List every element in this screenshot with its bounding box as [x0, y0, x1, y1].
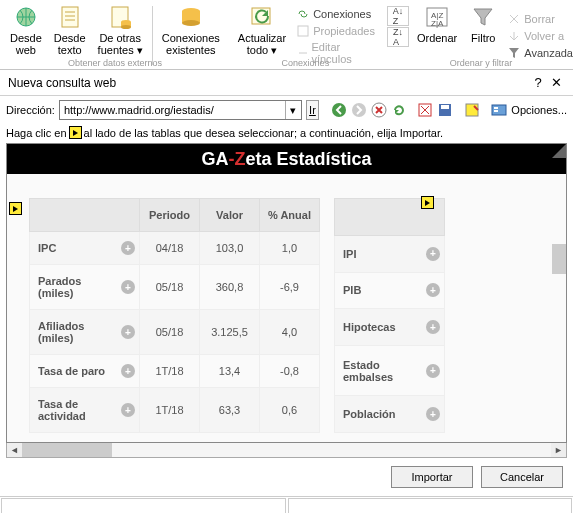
- svg-rect-23: [494, 110, 498, 112]
- globe-icon: [12, 4, 40, 30]
- options-link[interactable]: Opciones...: [511, 104, 567, 116]
- group-label-connections: Conexiones: [232, 58, 379, 68]
- reapply-filter: Volver a: [505, 28, 573, 44]
- table-header-row: Periodo Valor % Anual: [30, 199, 320, 232]
- table-row: IPI+: [335, 235, 445, 272]
- status-bar: [0, 496, 573, 513]
- table-selector-2[interactable]: [421, 196, 434, 209]
- svg-rect-19: [441, 105, 449, 109]
- forward-button[interactable]: [351, 102, 367, 118]
- web-viewport: GA-Zeta Estadística Periodo Valor % Anua…: [6, 143, 567, 443]
- connections-icon: [177, 4, 205, 30]
- scroll-left-button[interactable]: ◄: [7, 443, 22, 457]
- scroll-thumb[interactable]: [22, 443, 112, 457]
- help-button[interactable]: ?: [529, 75, 547, 90]
- reapply-icon: [507, 29, 521, 43]
- hint-text: Haga clic en al lado de las tablas que d…: [0, 124, 573, 143]
- svg-text:Z|A: Z|A: [431, 19, 444, 28]
- expand-icon[interactable]: +: [426, 283, 440, 297]
- svg-rect-22: [494, 107, 498, 109]
- back-button[interactable]: [331, 102, 347, 118]
- expand-icon[interactable]: +: [426, 407, 440, 421]
- table-row: Hipotecas+: [335, 309, 445, 346]
- sort-icon: A|ZZ|A: [423, 4, 451, 30]
- horizontal-scrollbar[interactable]: ◄ ►: [6, 443, 567, 458]
- sort-za-button[interactable]: Z↓A: [387, 27, 409, 47]
- group-label-sort: Ordenar y filtrar: [385, 58, 573, 68]
- indicators-table-2: IPI+ PIB+ Hipotecas+ Estado embalses+ Po…: [334, 198, 445, 433]
- indicators-table-1: Periodo Valor % Anual IPC+04/18103,01,0 …: [29, 198, 320, 433]
- group-label-external: Obtener datos externos: [4, 58, 226, 68]
- address-label: Dirección:: [6, 104, 55, 116]
- options-icon[interactable]: [491, 102, 507, 118]
- status-cell: [288, 498, 573, 513]
- svg-rect-10: [298, 26, 308, 36]
- table-row: PIB+: [335, 272, 445, 309]
- hide-icons-button[interactable]: [417, 102, 433, 118]
- clear-icon: [507, 12, 521, 26]
- stop-button[interactable]: [371, 102, 387, 118]
- dialog-titlebar: Nueva consulta web ? ✕: [0, 70, 573, 96]
- page-banner: GA-Zeta Estadística: [7, 144, 566, 174]
- table-selector-1[interactable]: [9, 202, 22, 215]
- svg-point-15: [352, 103, 366, 117]
- selector-arrow-icon: [69, 126, 82, 139]
- expand-icon[interactable]: +: [121, 325, 135, 339]
- save-query-button[interactable]: [437, 102, 453, 118]
- svg-point-8: [182, 20, 200, 26]
- ribbon: Desde web Desde texto De otras fuentes ▾…: [0, 0, 573, 70]
- table-row: Estado embalses+: [335, 346, 445, 396]
- table-row: Tasa de actividad+1T/1863,30,6: [30, 388, 320, 433]
- url-dropdown[interactable]: ▾: [285, 101, 301, 119]
- expand-icon[interactable]: +: [121, 280, 135, 294]
- table-row: IPC+04/18103,01,0: [30, 232, 320, 265]
- refresh-icon: [248, 4, 276, 30]
- vertical-scrollbar[interactable]: [552, 244, 566, 274]
- address-bar: Dirección: ▾ Ir Opciones...: [0, 96, 573, 124]
- table-row: Parados (miles)+05/18360,8-6,9: [30, 265, 320, 310]
- connections-link[interactable]: Conexiones: [294, 6, 377, 22]
- expand-icon[interactable]: +: [426, 247, 440, 261]
- database-icon: [106, 4, 134, 30]
- expand-icon[interactable]: +: [121, 241, 135, 255]
- clear-filter: Borrar: [505, 11, 573, 27]
- link-icon: [296, 7, 310, 21]
- import-button[interactable]: Importar: [391, 466, 473, 488]
- expand-icon[interactable]: +: [121, 364, 135, 378]
- banner-corner-icon: [552, 144, 566, 158]
- expand-icon[interactable]: +: [121, 403, 135, 417]
- status-cell: [1, 498, 286, 513]
- cancel-button[interactable]: Cancelar: [481, 466, 563, 488]
- scroll-right-button[interactable]: ►: [551, 443, 566, 457]
- svg-rect-1: [62, 7, 78, 27]
- svg-point-5: [121, 25, 131, 29]
- dialog-title: Nueva consulta web: [8, 76, 529, 90]
- expand-icon[interactable]: +: [426, 364, 440, 378]
- funnel-icon: [469, 4, 497, 30]
- svg-point-14: [332, 103, 346, 117]
- favorites-button[interactable]: [464, 102, 480, 118]
- url-input[interactable]: [60, 101, 285, 119]
- table-row: Tasa de paro+1T/1813,4-0,8: [30, 355, 320, 388]
- expand-icon[interactable]: +: [426, 320, 440, 334]
- svg-rect-20: [466, 104, 478, 116]
- go-button[interactable]: Ir: [306, 100, 319, 120]
- table-row: Población+: [335, 396, 445, 433]
- table-row: Afiliados (miles)+05/183.125,54,0: [30, 310, 320, 355]
- refresh-page-button[interactable]: [391, 102, 407, 118]
- sort-az-button[interactable]: A↓Z: [387, 6, 409, 26]
- text-file-icon: [56, 4, 84, 30]
- properties-icon: [296, 24, 310, 38]
- properties-link: Propiedades: [294, 23, 377, 39]
- close-button[interactable]: ✕: [547, 75, 565, 90]
